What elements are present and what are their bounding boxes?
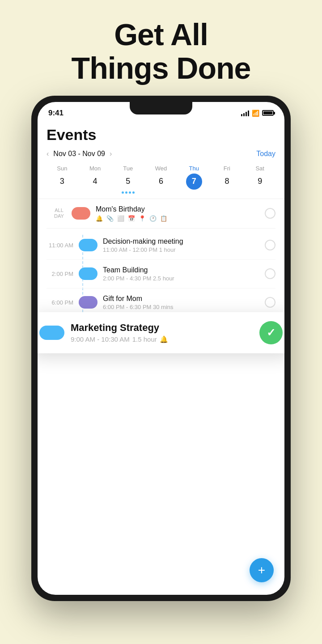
floating-event-time: 9:00 AM - 10:30 AM [71,335,130,343]
prev-week-button[interactable]: ‹ [47,150,49,158]
day-fri[interactable]: Fri 8 [212,165,243,194]
week-range-label: Nov 03 - Nov 09 [53,150,105,158]
floating-event-title: Marketing Strategy [71,322,253,334]
event-name-birthday: Mom's Birthday [96,205,259,213]
event-name-decision: Decision-making meeting [103,237,259,246]
floating-event-card[interactable]: Marketing Strategy 9:00 AM - 10:30 AM 1.… [38,312,284,353]
day-wed[interactable]: Wed 6 [145,165,177,194]
event-meta-team: 2:00 PM - 4:30 PM 2.5 hour [103,275,259,282]
all-day-event[interactable]: ALLDAY Mom's Birthday 🔔 📎 ⬜ 📅 📍 🕐 📋 [47,199,275,229]
phone-notch [130,102,192,114]
phone-frame: 9:41 📶 Events ‹ [0,96,322,601]
day-label-sat: Sat [255,165,264,172]
floating-bell-icon: 🔔 [160,335,168,343]
day-label-thu: Thu [189,165,199,172]
event-check-birthday[interactable] [265,208,275,219]
event-name-gift: Gift for Mom [103,295,259,303]
all-day-label: ALLDAY [47,208,72,219]
time-label-600: 6:00 PM [47,299,79,306]
event-icons-birthday: 🔔 📎 ⬜ 📅 📍 🕐 📋 [96,215,259,222]
page-title: Events [47,122,275,150]
bell-icon: 🔔 [96,215,103,222]
event-decision-meeting[interactable]: 11:00 AM Decision-making meeting 11:00 A… [47,231,275,260]
time-label-1100: 11:00 AM [47,242,79,249]
event-name-team: Team Building [103,266,259,274]
day-sat[interactable]: Sat 9 [244,165,275,194]
day-label-mon: Mon [89,165,101,172]
note-icon: 📋 [160,215,167,222]
floating-event-pill [39,326,64,340]
event-pill-team [79,267,97,280]
day-label-tue: Tue [123,165,133,172]
time-label-200: 2:00 PM [47,271,79,277]
day-number-sun: 3 [54,174,70,190]
attachment-icon: 📎 [106,215,114,222]
event-info-birthday: Mom's Birthday 🔔 📎 ⬜ 📅 📍 🕐 📋 [90,205,265,222]
event-info-decision: Decision-making meeting 11:00 AM - 12:00… [97,237,265,253]
event-color-pill-birthday [72,207,90,220]
week-navigation: ‹ Nov 03 - Nov 09 › Today [47,150,275,158]
day-tue[interactable]: Tue 5 [112,165,144,194]
status-icons: 📶 [241,110,274,117]
day-label-wed: Wed [155,165,167,172]
day-number-sat: 9 [252,174,268,190]
day-label-sun: Sun [57,165,67,172]
event-pill-decision [79,239,97,251]
wifi-icon: 📶 [252,110,259,117]
event-team-building[interactable]: 2:00 PM Team Building 2:00 PM - 4:30 PM … [47,260,275,288]
signal-icon [241,110,249,116]
event-check-decision[interactable] [265,240,275,250]
day-label-fri: Fri [224,165,230,172]
event-check-team[interactable] [265,268,275,279]
status-time: 9:41 [48,109,64,118]
day-number-thu: 7 [186,174,202,190]
checkbox-icon: ⬜ [117,215,124,222]
week-range: ‹ Nov 03 - Nov 09 › [47,150,112,158]
event-info-gift: Gift for Mom 6:00 PM - 6:30 PM 30 mins [97,295,265,310]
day-number-mon: 4 [87,174,103,190]
event-meta-decision: 11:00 AM - 12:00 PM 1 hour [103,246,259,253]
next-week-button[interactable]: › [110,150,112,158]
event-info-team: Team Building 2:00 PM - 4:30 PM 2.5 hour [97,266,265,282]
hero-section: Get All Things Done [0,0,322,96]
hero-title: Get All Things Done [27,18,295,85]
fab-plus-icon: + [258,564,265,576]
days-grid: Sun 3 Mon 4 Tue 5 [47,165,275,194]
calendar-icon: 📅 [128,215,135,222]
today-button[interactable]: Today [256,150,275,158]
location-icon: 📍 [139,215,146,222]
day-sun[interactable]: Sun 3 [47,165,78,194]
floating-event-duration: 1.5 hour [132,335,157,343]
battery-icon [262,110,274,116]
add-event-fab[interactable]: + [250,558,274,582]
event-pill-gift [79,296,97,309]
day-number-tue: 5 [120,174,136,190]
floating-event-info: Marketing Strategy 9:00 AM - 10:30 AM 1.… [71,322,253,343]
phone-body: 9:41 📶 Events ‹ [31,96,291,601]
day-number-wed: 6 [153,174,169,190]
event-meta-gift: 6:00 PM - 6:30 PM 30 mins [103,304,259,310]
day-number-fri: 8 [219,174,235,190]
day-dots-tue [122,191,135,194]
day-mon[interactable]: Mon 4 [80,165,111,194]
clock-icon: 🕐 [149,215,157,222]
floating-event-meta: 9:00 AM - 10:30 AM 1.5 hour 🔔 [71,335,253,343]
phone-screen: 9:41 📶 Events ‹ [38,102,284,595]
day-thu[interactable]: Thu 7 [178,165,210,194]
floating-check-button[interactable] [259,321,283,344]
event-check-gift[interactable] [265,297,275,308]
